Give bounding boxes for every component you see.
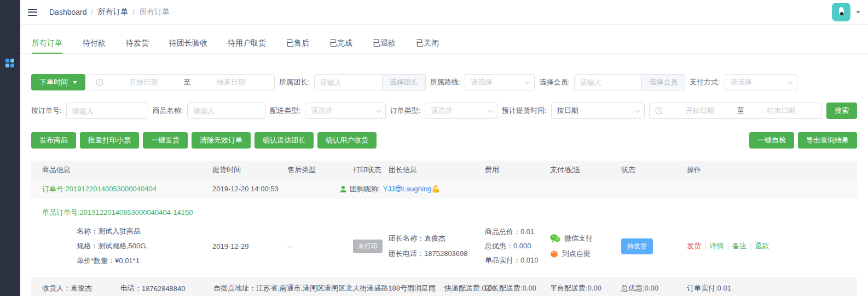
pickup-time-mode-select[interactable]: 按日期: [551, 103, 645, 119]
pickup-start-date-input[interactable]: 开始日期: [665, 106, 734, 116]
delivery-type-select[interactable]: 请选择: [305, 103, 386, 119]
tab-after-sale[interactable]: 已售后: [286, 33, 309, 53]
chevron-down-icon: [376, 107, 381, 113]
header-right: [832, 3, 860, 21]
tab-pending-leader-check[interactable]: 待团长验收: [169, 33, 207, 53]
item-paid-line: 单品实付：0.010: [485, 255, 550, 265]
collapse-sidebar-icon[interactable]: [28, 9, 37, 16]
bulk-action-bar: 发布商品 批量打印小票 一键发货 清除无效订单 确认送达团长 确认用户收货 一键…: [20, 132, 868, 149]
platform-delivery-fee: 平台配送费:0.00: [550, 277, 601, 296]
group-nickname-value: YJJ😎Laughing💪: [383, 185, 441, 193]
col-header-leader-info: 团长信息: [389, 165, 485, 175]
receiver-line: 收货人：袁俊杰: [42, 277, 92, 296]
group-nickname-label: 团购昵称:: [350, 184, 380, 194]
footer-total-discount: 总优惠:0.00: [621, 277, 658, 296]
product-name-line: 名称：测试入驻商品: [77, 226, 148, 236]
op-separator: |: [727, 242, 728, 250]
fees-cell: 商品总价：0.01 总优惠：0.000 单品实付：0.010: [485, 227, 550, 265]
batch-print-receipt-button[interactable]: 批量打印小票: [80, 132, 139, 149]
tab-closed[interactable]: 已关闭: [416, 33, 439, 53]
tab-pending-payment[interactable]: 待付款: [83, 33, 106, 53]
delivery-method-line: 到点自提: [550, 249, 621, 259]
clear-invalid-orders-button[interactable]: 清除无效订单: [192, 132, 251, 149]
col-header-print-status: 打印状态: [353, 165, 389, 175]
status-cell: 待发货: [621, 238, 687, 254]
table-header-row: 商品信息 提货时间 售后类型 打印状态 团长信息 费用 支付/配送 状态 操作: [31, 161, 857, 179]
member-input[interactable]: [574, 74, 642, 90]
pay-delivery-cell: 微信支付 到点自提: [550, 234, 621, 259]
order-summary-row: 订单号:20191220140053000040404 2019-12-20 1…: [31, 179, 857, 198]
breadcrumb-orders[interactable]: 所有订单: [97, 7, 128, 17]
tab-pending-shipment[interactable]: 待发货: [126, 33, 149, 53]
order-number: 订单号:20191220140053000040404: [42, 179, 157, 198]
sidebar-menu-icon[interactable]: [5, 58, 15, 68]
product-thumbnail[interactable]: [42, 226, 70, 254]
tab-all-orders[interactable]: 所有订单: [32, 33, 62, 53]
after-sale-type-cell: --: [287, 242, 353, 251]
top-header: Dashboard / 所有订单 / 所有订单: [20, 0, 868, 25]
order-type-filter-label: 订单类型:: [390, 106, 421, 116]
select-leader-button[interactable]: 选择团长: [383, 74, 426, 90]
order-paid-amount: 订单实付:0.01: [687, 277, 731, 296]
col-header-status: 状态: [621, 165, 687, 175]
confirm-deliver-to-leader-button[interactable]: 确认送达团长: [254, 132, 314, 149]
order-status-tabs: 所有订单 待付款 待发货 待团长验收 待用户取货 已售后 已完成 已退款 已关闭: [20, 33, 868, 54]
leader-filter-label: 所属团长:: [279, 77, 310, 87]
breadcrumb-separator: /: [91, 8, 94, 16]
export-query-result-button[interactable]: 导出查询结果: [798, 132, 857, 149]
date-range-to-label: 至: [737, 106, 744, 116]
product-name-input[interactable]: [187, 103, 265, 119]
pickup-end-date-input[interactable]: 结束日期: [747, 106, 816, 116]
pickup-address-line: 自提点地址：江苏省,南通市,港闸区港闸区北大街港盛路188号雨润星雨: [213, 277, 436, 296]
confirm-user-received-button[interactable]: 确认用户收货: [317, 132, 377, 149]
route-filter-label: 所属路线:: [430, 77, 461, 87]
end-date-input[interactable]: 结束日期: [193, 77, 269, 87]
op-separator: |: [750, 242, 751, 250]
sidebar: [0, 0, 20, 296]
tab-refunded[interactable]: 已退款: [373, 33, 396, 53]
leader-input[interactable]: [314, 74, 383, 90]
publish-product-button[interactable]: 发布商品: [31, 132, 76, 149]
avatar-dropdown-caret-icon[interactable]: [856, 11, 860, 14]
chevron-down-icon: [73, 81, 77, 84]
one-key-self-check-button[interactable]: 一键自检: [749, 132, 794, 149]
search-button[interactable]: 搜索: [826, 103, 857, 119]
product-spec-line: 规格：测试规格,500G,: [77, 241, 148, 251]
breadcrumb-dashboard[interactable]: Dashboard: [49, 8, 87, 16]
ship-link[interactable]: 发货: [687, 242, 701, 250]
pay-method-select[interactable]: 请选择: [725, 74, 797, 90]
chevron-down-icon: [488, 107, 493, 113]
breadcrumb-separator: /: [132, 8, 135, 16]
filter-row-2: 按订单号: 商品名称: 配送类型: 请选择 订单类型: 请选择 预计提货时间: …: [20, 103, 868, 119]
order-footer-row: 收货人：袁俊杰 电话：18762848840 自提点地址：江苏省,南通市,港闸区…: [31, 277, 857, 296]
member-input-group: 选择会员: [574, 74, 685, 90]
chevron-down-icon: [635, 107, 640, 113]
start-date-input[interactable]: 开始日期: [106, 77, 182, 87]
user-avatar[interactable]: [832, 3, 850, 21]
remark-link[interactable]: 备注: [732, 242, 747, 250]
pickup-date-range-picker[interactable]: 开始日期 至 结束日期: [649, 103, 822, 119]
clock-icon: [96, 78, 103, 86]
order-no-input[interactable]: [66, 103, 148, 119]
order-admin-page: Dashboard / 所有订单 / 所有订单 所有订单 待付款 待发货 待团长…: [0, 0, 868, 296]
pickup-box-icon: [550, 250, 558, 258]
detail-link[interactable]: 详情: [709, 242, 724, 250]
order-type-select[interactable]: 请选择: [425, 103, 497, 119]
select-member-button[interactable]: 选择会员: [642, 74, 685, 90]
col-header-pickup-time: 提货时间: [212, 165, 287, 175]
main-content: Dashboard / 所有订单 / 所有订单 所有订单 待付款 待发货 待团长…: [20, 0, 868, 296]
order-date-range-picker[interactable]: 开始日期 至 结束日期: [90, 74, 275, 90]
one-key-ship-button[interactable]: 一键发货: [143, 132, 188, 149]
order-time-type-button[interactable]: 下单时间: [31, 74, 85, 90]
product-price-line: 单价*数量：¥0.01*1: [77, 256, 148, 266]
pickup-time-filter-label: 预计提货时间:: [502, 106, 547, 116]
order-item-grid: 名称：测试入驻商品 规格：测试规格,500G, 单价*数量：¥0.01*1 20…: [31, 218, 857, 277]
tab-pending-user-pickup[interactable]: 待用户取货: [228, 33, 266, 53]
tab-completed[interactable]: 已完成: [329, 33, 352, 53]
refund-link[interactable]: 退款: [755, 242, 769, 250]
pickup-time-cell: 2019-12-29: [212, 242, 287, 251]
filter-row-1: 下单时间 开始日期 至 结束日期 所属团长: 选择团长 所属路线: 请选择 选择…: [20, 74, 868, 90]
wechat-icon: [550, 234, 560, 243]
route-select[interactable]: 请选择: [465, 74, 535, 90]
member-filter-label: 选择会员:: [539, 77, 570, 87]
